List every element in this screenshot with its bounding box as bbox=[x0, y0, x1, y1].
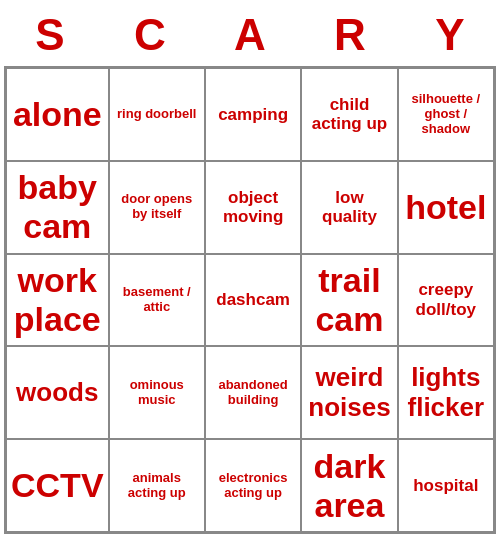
bingo-cell-19: lights flicker bbox=[398, 346, 494, 439]
bingo-cell-1: ring doorbell bbox=[109, 68, 205, 161]
bingo-cell-22: electronics acting up bbox=[205, 439, 301, 532]
bingo-cell-3: child acting up bbox=[301, 68, 397, 161]
bingo-cell-24: hospital bbox=[398, 439, 494, 532]
header-letter-s: S bbox=[0, 10, 100, 60]
bingo-cell-2: camping bbox=[205, 68, 301, 161]
bingo-cell-7: object moving bbox=[205, 161, 301, 254]
bingo-cell-15: woods bbox=[6, 346, 109, 439]
bingo-cell-6: door opens by itself bbox=[109, 161, 205, 254]
header-letter-r: R bbox=[300, 10, 400, 60]
bingo-cell-8: low quality bbox=[301, 161, 397, 254]
bingo-cell-13: trail cam bbox=[301, 254, 397, 347]
bingo-cell-18: weird noises bbox=[301, 346, 397, 439]
bingo-cell-4: silhouette / ghost / shadow bbox=[398, 68, 494, 161]
bingo-cell-5: baby cam bbox=[6, 161, 109, 254]
bingo-cell-11: basement / attic bbox=[109, 254, 205, 347]
bingo-cell-10: work place bbox=[6, 254, 109, 347]
header-letter-y: Y bbox=[400, 10, 500, 60]
bingo-cell-23: dark area bbox=[301, 439, 397, 532]
bingo-cell-12: dashcam bbox=[205, 254, 301, 347]
bingo-cell-9: hotel bbox=[398, 161, 494, 254]
bingo-cell-17: abandoned building bbox=[205, 346, 301, 439]
header-letter-a: A bbox=[200, 10, 300, 60]
bingo-cell-0: alone bbox=[6, 68, 109, 161]
bingo-grid: alonering doorbellcampingchild acting up… bbox=[4, 66, 496, 534]
header-letter-c: C bbox=[100, 10, 200, 60]
bingo-cell-16: ominous music bbox=[109, 346, 205, 439]
bingo-cell-14: creepy doll/toy bbox=[398, 254, 494, 347]
bingo-cell-20: CCTV bbox=[6, 439, 109, 532]
bingo-cell-21: animals acting up bbox=[109, 439, 205, 532]
bingo-header: SCARY bbox=[0, 0, 500, 66]
